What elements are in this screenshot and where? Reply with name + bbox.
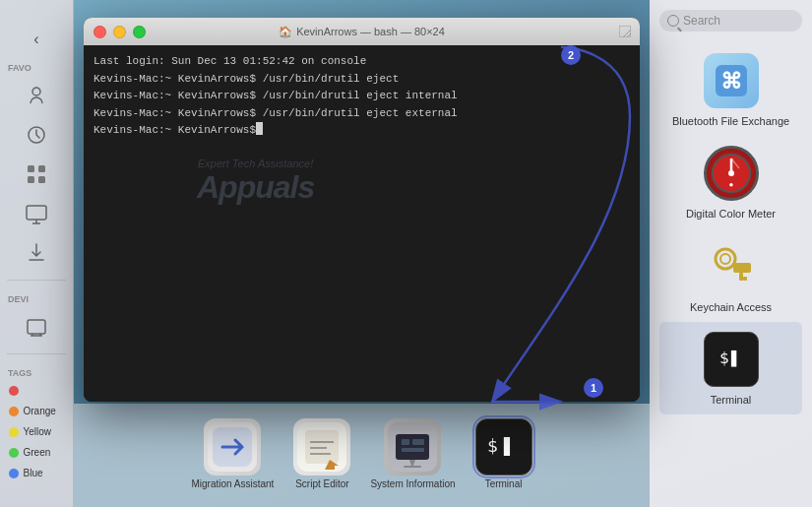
app-icon-bluetooth: ⌘: [704, 53, 759, 108]
svg-text:⌘: ⌘: [720, 69, 742, 94]
dock-item-sysinfo[interactable]: System Information: [370, 418, 455, 489]
svg-rect-3: [38, 165, 45, 172]
terminal-line-3: Kevins-Mac:~ KevinArrows$ /usr/bin/druti…: [94, 105, 630, 123]
sidebar-icon-downloads[interactable]: [16, 236, 57, 270]
tag-label-yellow: Yellow: [24, 426, 52, 437]
dock-item-terminal[interactable]: $ ▋ Terminal: [475, 418, 532, 489]
svg-rect-21: [739, 273, 743, 281]
app-icon-colorimeter-container: ●: [702, 144, 761, 203]
tag-dot-red: [9, 386, 19, 396]
terminal-cursor: [256, 122, 263, 135]
svg-text:▋: ▋: [503, 436, 514, 456]
dock-icon-sysinfo: [384, 418, 441, 475]
badge-1-label: 1: [591, 382, 596, 394]
app-item-colorimeter[interactable]: ● Digital Color Meter: [659, 136, 802, 228]
terminal-close-button[interactable]: [94, 26, 106, 38]
svg-rect-2: [28, 165, 34, 172]
svg-rect-37: [402, 448, 424, 452]
svg-point-15: [728, 170, 734, 176]
terminal-text-1: Kevins-Mac:~ KevinArrows$ /usr/bin/druti…: [94, 71, 399, 89]
badge-2: 2: [561, 45, 581, 65]
app-label-bluetooth: Bluetooth File Exchange: [672, 114, 789, 128]
svg-rect-29: [305, 430, 339, 464]
svg-text:$: $: [487, 435, 498, 456]
terminal-body[interactable]: Last login: Sun Dec 13 01:52:42 on conso…: [84, 45, 640, 402]
app-icon-colorimeter: ●: [704, 146, 759, 201]
tag-label-orange: Orange: [24, 406, 56, 416]
tag-dot-yellow: [9, 427, 19, 437]
app-label-terminal-right: Terminal: [711, 393, 752, 407]
badge-2-label: 2: [568, 49, 574, 61]
terminal-minimize-button[interactable]: [113, 26, 126, 38]
terminal-line-4: Kevins-Mac:~ KevinArrows$: [94, 122, 630, 140]
terminal-text-3: Kevins-Mac:~ KevinArrows$ /usr/bin/druti…: [94, 105, 458, 123]
dock-label-terminal: Terminal: [485, 478, 523, 489]
dock-label-migration: Migration Assistant: [191, 478, 274, 489]
dock-label-sysinfo: System Information: [370, 478, 455, 489]
svg-rect-5: [38, 176, 45, 183]
svg-rect-22: [743, 277, 747, 281]
terminal-title-text: KevinArrows — bash — 80×24: [296, 26, 445, 37]
dock-icon-terminal: $ ▋: [475, 418, 532, 475]
terminal-text-4: Kevins-Mac:~ KevinArrows$: [94, 122, 256, 140]
svg-rect-6: [27, 206, 46, 220]
dock-item-script-editor[interactable]: Script Editor: [293, 418, 350, 489]
search-bar[interactable]: Search: [659, 10, 802, 32]
dock-label-script-editor: Script Editor: [295, 478, 348, 489]
badge-1: 1: [584, 378, 603, 398]
app-item-keychain[interactable]: Keychain Access: [659, 229, 802, 322]
tag-item-blue[interactable]: Blue: [5, 466, 69, 480]
app-icon-keychain-container: [702, 237, 761, 296]
app-label-keychain: Keychain Access: [690, 300, 772, 314]
search-icon: [667, 15, 679, 27]
tag-item-orange[interactable]: Orange: [5, 404, 69, 418]
sidebar-devices-label: Devi: [0, 294, 29, 304]
tag-dot-orange: [9, 407, 19, 416]
terminal-window[interactable]: 🏠 KevinArrows — bash — 80×24 Last login:…: [84, 18, 640, 402]
svg-rect-35: [402, 439, 409, 445]
terminal-resize-icon[interactable]: [618, 25, 632, 38]
sidebar-favorites-label: Favo: [0, 63, 31, 73]
app-icon-terminal: $ ▋: [704, 332, 759, 387]
sidebar-icon-desktop[interactable]: [16, 197, 57, 230]
svg-rect-20: [733, 263, 751, 273]
finder-sidebar: ‹ Favo Devi Tags Orange Yellow Green Blu…: [0, 0, 74, 507]
sidebar-icon-apps[interactable]: [16, 158, 57, 191]
app-icon-keychain: [704, 239, 759, 294]
tag-dot-green: [9, 448, 19, 458]
sidebar-icon-recents[interactable]: [16, 118, 57, 152]
finder-apps-panel: Search ⌘ Bluetooth File Exchange ●: [650, 0, 812, 507]
tag-item-yellow[interactable]: Yellow: [5, 424, 69, 439]
tag-item-green[interactable]: Green: [5, 445, 69, 460]
dock-area: Migration Assistant Script Editor: [74, 404, 650, 507]
tag-item-red[interactable]: [5, 384, 69, 398]
search-placeholder: Search: [683, 14, 720, 28]
dock-icons: Migration Assistant Script Editor: [191, 418, 531, 489]
svg-text:●: ●: [728, 180, 733, 189]
sidebar-icon-airdrop[interactable]: [16, 79, 57, 112]
app-icon-bluetooth-container: ⌘: [702, 51, 761, 110]
sidebar-divider-2: [7, 353, 66, 354]
svg-rect-36: [412, 439, 424, 445]
svg-rect-38: [404, 466, 421, 468]
sidebar-divider-1: [7, 280, 66, 281]
terminal-line-1: Kevins-Mac:~ KevinArrows$ /usr/bin/druti…: [94, 71, 630, 89]
dock-icon-migration: [204, 418, 261, 475]
dock-icon-script-editor: [293, 418, 350, 475]
tag-label-green: Green: [24, 447, 51, 458]
svg-point-19: [720, 254, 730, 264]
terminal-title-house-icon: 🏠: [279, 26, 292, 38]
svg-text:▋: ▋: [730, 349, 739, 367]
terminal-maximize-button[interactable]: [133, 26, 146, 38]
svg-rect-34: [396, 434, 429, 460]
app-item-terminal-right[interactable]: $ ▋ Terminal: [659, 322, 802, 414]
svg-point-18: [716, 249, 735, 269]
svg-rect-7: [28, 320, 45, 334]
app-item-bluetooth[interactable]: ⌘ Bluetooth File Exchange: [659, 43, 802, 136]
sidebar-icon-device[interactable]: [16, 310, 57, 344]
svg-line-9: [623, 30, 631, 37]
app-label-colorimeter: Digital Color Meter: [686, 207, 776, 221]
dock-item-migration[interactable]: Migration Assistant: [191, 418, 274, 489]
terminal-line-0: Last login: Sun Dec 13 01:52:42 on conso…: [94, 53, 630, 71]
sidebar-back-button[interactable]: ‹: [23, 30, 50, 49]
